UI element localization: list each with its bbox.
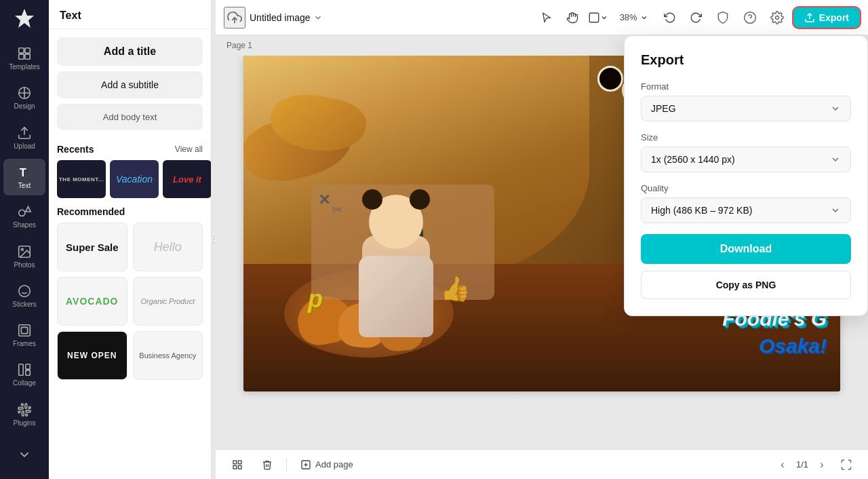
svg-rect-15 bbox=[19, 325, 31, 337]
svg-rect-28 bbox=[233, 465, 237, 469]
recommended-label: Recommended bbox=[57, 206, 125, 217]
sidebar-label-upload: Upload bbox=[14, 142, 35, 150]
undo-icon bbox=[664, 12, 676, 24]
download-btn[interactable]: Download bbox=[641, 234, 851, 264]
svg-rect-3 bbox=[19, 54, 24, 59]
svg-rect-26 bbox=[233, 461, 237, 464]
sidebar-label-text: Text bbox=[18, 182, 31, 189]
chevron-down-format-icon bbox=[830, 103, 841, 114]
svg-rect-27 bbox=[238, 461, 241, 464]
copy-png-btn[interactable]: Copy as PNG bbox=[641, 271, 851, 299]
svg-rect-2 bbox=[25, 48, 30, 53]
add-title-btn[interactable]: Add a title bbox=[57, 37, 203, 66]
add-page-icon bbox=[300, 459, 311, 470]
export-arrow-icon bbox=[804, 12, 815, 23]
export-panel-title: Export bbox=[641, 52, 851, 68]
recents-label: Recents bbox=[57, 144, 94, 155]
frame-icon bbox=[588, 12, 600, 24]
zoom-btn[interactable]: 38% bbox=[613, 9, 655, 25]
svg-point-12 bbox=[19, 286, 31, 297]
rec-item-5[interactable]: Business Agency bbox=[133, 331, 203, 380]
svg-rect-17 bbox=[19, 364, 23, 376]
help-btn[interactable] bbox=[739, 7, 761, 28]
stickers-icon bbox=[17, 284, 32, 299]
app-logo[interactable] bbox=[11, 5, 38, 32]
sidebar-item-frames[interactable]: Frames bbox=[3, 317, 45, 353]
svg-rect-18 bbox=[26, 364, 30, 369]
sidebar-item-shapes[interactable]: Shapes bbox=[3, 198, 45, 235]
frame-tool-btn[interactable] bbox=[587, 7, 609, 28]
recent-item-1[interactable]: Vacation bbox=[110, 160, 159, 198]
document-name-btn[interactable]: Untitled image bbox=[250, 12, 323, 23]
svg-rect-1 bbox=[19, 48, 24, 53]
plugins-icon bbox=[17, 402, 32, 417]
svg-rect-29 bbox=[238, 465, 241, 469]
pointer-icon bbox=[540, 12, 553, 24]
next-page-btn[interactable]: › bbox=[814, 457, 830, 473]
trash-icon bbox=[262, 459, 273, 470]
sidebar-item-collage[interactable]: Collage bbox=[3, 356, 45, 393]
undo-btn[interactable] bbox=[659, 7, 681, 28]
grid-view-btn[interactable] bbox=[226, 457, 248, 473]
add-page-btn[interactable]: Add page bbox=[295, 457, 359, 473]
sidebar-label-photos: Photos bbox=[14, 261, 35, 269]
sidebar-label-stickers: Stickers bbox=[12, 301, 37, 308]
recent-item-0[interactable]: THE MOMENT... bbox=[57, 160, 106, 198]
sidebar-item-stickers[interactable]: Stickers bbox=[3, 277, 45, 314]
gear-icon bbox=[770, 11, 784, 24]
rec-item-1[interactable]: Hello bbox=[133, 223, 203, 271]
photos-icon bbox=[17, 244, 32, 259]
text-panel: Text Add a title Add a subtitle Add body… bbox=[49, 0, 212, 479]
rec-item-0[interactable]: Super Sale bbox=[57, 223, 127, 271]
quality-select[interactable]: High (486 KB – 972 KB) bbox=[641, 197, 851, 223]
rec-item-4[interactable]: NEW OPEN bbox=[57, 331, 127, 380]
design-icon bbox=[17, 85, 32, 100]
sidebar-label-plugins: Plugins bbox=[14, 419, 36, 427]
size-select[interactable]: 1x (2560 x 1440 px) bbox=[641, 147, 851, 172]
sidebar-item-plugins[interactable]: Plugins bbox=[3, 396, 45, 433]
svg-text:T: T bbox=[20, 166, 26, 178]
sidebar-more-btn[interactable] bbox=[3, 436, 45, 474]
upload-icon bbox=[17, 126, 32, 140]
sidebar-item-text[interactable]: T Text bbox=[3, 159, 45, 195]
prev-page-btn[interactable]: ‹ bbox=[774, 457, 791, 473]
add-body-btn[interactable]: Add body text bbox=[57, 104, 203, 130]
sidebar-item-photos[interactable]: Photos bbox=[3, 237, 45, 274]
svg-marker-9 bbox=[26, 207, 31, 212]
settings-btn[interactable] bbox=[766, 7, 788, 28]
svg-point-22 bbox=[744, 12, 755, 23]
redo-btn[interactable] bbox=[685, 7, 707, 28]
svg-point-24 bbox=[775, 16, 778, 19]
chevron-down-icon bbox=[17, 447, 32, 462]
size-label: Size bbox=[641, 132, 851, 142]
sidebar-label-design: Design bbox=[14, 102, 35, 110]
sidebar-item-design[interactable]: Design bbox=[3, 79, 45, 116]
templates-icon bbox=[17, 46, 32, 61]
export-btn[interactable]: Export bbox=[793, 7, 860, 28]
bottom-sep bbox=[286, 458, 287, 472]
svg-rect-19 bbox=[26, 370, 30, 375]
add-subtitle-btn[interactable]: Add a subtitle bbox=[57, 71, 203, 98]
rec-item-3[interactable]: Organic Product bbox=[133, 277, 203, 326]
format-label: Format bbox=[641, 81, 851, 92]
sidebar-label-frames: Frames bbox=[13, 340, 36, 347]
help-icon bbox=[743, 11, 757, 24]
sidebar-label-templates: Templates bbox=[9, 63, 40, 71]
svg-point-11 bbox=[21, 248, 23, 250]
pan-tool-btn[interactable] bbox=[561, 7, 583, 28]
expand-btn[interactable] bbox=[835, 454, 857, 476]
view-all-link[interactable]: View all bbox=[175, 145, 203, 154]
svg-rect-16 bbox=[21, 328, 27, 334]
select-tool-btn[interactable] bbox=[536, 7, 557, 28]
sidebar-item-templates[interactable]: Templates bbox=[3, 40, 45, 77]
upload-to-cloud-btn[interactable] bbox=[224, 7, 245, 28]
format-select[interactable]: JPEG bbox=[641, 96, 851, 121]
rec-item-2[interactable]: AVOCADO bbox=[57, 277, 127, 326]
grid-icon bbox=[232, 459, 243, 470]
trash-btn[interactable] bbox=[256, 457, 278, 473]
toolbar: Untitled image bbox=[216, 0, 868, 35]
shield-btn[interactable] bbox=[712, 7, 734, 28]
recent-item-2[interactable]: Love it bbox=[163, 160, 211, 198]
sidebar-item-upload[interactable]: Upload bbox=[3, 119, 45, 155]
shapes-icon bbox=[17, 204, 32, 219]
